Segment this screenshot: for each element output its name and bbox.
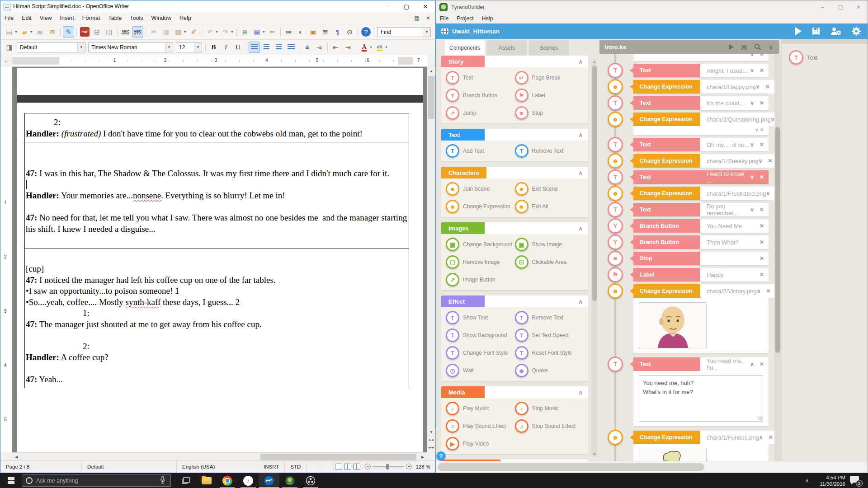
font-name-combo[interactable]: Times New Roman▼	[88, 42, 173, 52]
minimize-button[interactable]: –	[378, 0, 397, 12]
timeline-row-text[interactable]: TextYou need me, hu...∧✕	[633, 357, 769, 371]
scroll-up-icon[interactable]: ▲	[427, 67, 435, 75]
timeline-item-value[interactable]: chara/2/Questioning.png	[700, 113, 771, 126]
menu-edit[interactable]: Edit	[18, 13, 36, 23]
delete-icon[interactable]: ✕	[760, 255, 764, 262]
timeline-item-value[interactable]: chara/1/Furious.png	[700, 431, 759, 444]
component-text[interactable]: TText	[446, 71, 515, 84]
copy-icon[interactable]: ▥	[160, 26, 172, 38]
undo-icon[interactable]: ↶▼	[204, 26, 216, 38]
component-image-button[interactable]: ↗Image Button	[446, 273, 515, 286]
section-header[interactable]: Media	[441, 386, 485, 398]
menu-format[interactable]: Format	[78, 13, 104, 23]
chevron-down-icon[interactable]: ▼	[262, 30, 265, 33]
delete-icon[interactable]: ✕	[760, 54, 764, 57]
hyperlink-icon[interactable]: ⊕	[239, 26, 250, 38]
component-remove-text[interactable]: TRemove Text	[515, 144, 584, 158]
paragraph[interactable]: Handler: (frustrated) I don't have time …	[26, 128, 408, 140]
bold-button[interactable]: B	[208, 42, 219, 53]
paragraph[interactable]	[26, 253, 408, 264]
delete-icon[interactable]: ✕	[765, 84, 770, 90]
expand-icon[interactable]: ∨	[750, 54, 754, 57]
spellcheck-icon[interactable]: ABC	[120, 26, 131, 38]
microphone-icon[interactable]	[160, 476, 170, 486]
delete-icon[interactable]: ✕	[760, 67, 764, 74]
play-scene-icon[interactable]	[729, 44, 734, 50]
chevron-down-icon[interactable]: ▼	[77, 43, 85, 52]
scroll-down-icon[interactable]: ▼	[427, 428, 435, 436]
scroll-up-icon[interactable]: ▲	[593, 60, 596, 64]
tb-menu-help[interactable]: Help	[478, 14, 497, 23]
zoom-icon[interactable]: ⊙	[344, 26, 355, 38]
maximize-button[interactable]: ▢	[397, 0, 416, 12]
section-header[interactable]: Effect	[441, 296, 485, 307]
timeline-item-value[interactable]	[633, 54, 750, 61]
component-label[interactable]: ⚑Label	[515, 89, 584, 102]
page-1-bottom[interactable]	[17, 68, 423, 95]
next-page-icon[interactable]: ⏷⏷	[427, 444, 435, 452]
tab-components[interactable]: Components	[445, 40, 485, 56]
data-sources-icon[interactable]: ≣	[320, 26, 331, 38]
collapse-icon[interactable]: ∧	[757, 288, 761, 294]
tyrano-hscroll-thumb[interactable]	[438, 463, 704, 471]
find-replace-icon[interactable]: oo	[283, 26, 294, 38]
component-show-background[interactable]: TShow Background	[446, 328, 515, 342]
expand-icon[interactable]: ∨	[756, 84, 760, 90]
expanded-controls[interactable]: ∨ ✕	[633, 126, 769, 135]
numbered-list-icon[interactable]: ≣	[302, 42, 313, 53]
zoom-in-icon[interactable]: +	[406, 464, 412, 469]
delete-icon[interactable]: ✕	[766, 288, 771, 294]
collapse-icon[interactable]: ∧	[578, 169, 588, 176]
collapse-icon[interactable]: ∧	[578, 389, 588, 396]
timeline-item-value[interactable]: chara/2/Victory.png	[700, 284, 757, 298]
document-canvas[interactable]: 2:Handler: (frustrated) I don't have tim…	[12, 67, 428, 452]
edit-file-icon[interactable]: ✎	[63, 26, 74, 38]
timeline-item-value[interactable]: Happy	[700, 268, 760, 282]
tab-assets[interactable]: Assets	[487, 40, 527, 56]
gallery-icon[interactable]: ▣	[307, 26, 319, 38]
chevron-down-icon[interactable]: ▼	[194, 43, 202, 52]
redo-icon[interactable]: ↷▼	[220, 26, 231, 38]
decrease-indent-icon[interactable]: ⇤	[330, 42, 341, 53]
underline-button[interactable]: U	[232, 42, 244, 53]
align-right-button[interactable]	[273, 42, 284, 53]
chevron-down-icon[interactable]: ▼	[184, 30, 187, 33]
paragraph[interactable]: 47: No need for that, let me tell you wh…	[26, 212, 408, 235]
timeline-item-value[interactable]: You Need Me	[700, 219, 760, 233]
component-show-image[interactable]: ▣Show Image	[515, 238, 584, 251]
delete-icon[interactable]: ✕	[760, 100, 764, 106]
timeline-item-value[interactable]: I want to know ...	[700, 170, 750, 184]
italic-button[interactable]: I	[220, 42, 231, 53]
chevron-down-icon[interactable]: ▼	[165, 43, 173, 52]
collapse-icon[interactable]: ∧	[578, 298, 588, 305]
components-scroll-thumb[interactable]	[592, 66, 597, 301]
scene-timeline[interactable]: ∨✕TextAlright, I used...∨✕TChange Expres…	[599, 54, 781, 461]
tb-menu-project[interactable]: Project	[453, 14, 477, 23]
component-clickable-area[interactable]: ⊡Clickable Area	[515, 255, 584, 269]
action-center-icon[interactable]: 2	[850, 476, 862, 486]
timeline-row-expr[interactable]: Change Expressionchara/2/Victory.png∧✕	[633, 284, 769, 298]
zoom-out-icon[interactable]: −	[365, 464, 371, 469]
read-only-doc-icon[interactable]: ▤	[413, 14, 421, 22]
status-page[interactable]: Page 2 / 8	[0, 460, 82, 473]
menu-tools[interactable]: Tools	[126, 13, 147, 23]
timeline-item-value[interactable]: Alright, I used...	[700, 64, 750, 77]
taskbar-app-chrome[interactable]	[217, 473, 238, 488]
paragraph[interactable]: Handler: Your memories are...nonsene. Ev…	[26, 190, 408, 202]
font-color-button[interactable]: A▼	[359, 42, 370, 53]
timeline-row-partial[interactable]: ∨✕	[633, 54, 769, 61]
find-toolbar-input[interactable]: Find▼	[377, 27, 431, 37]
tray-expand-icon[interactable]: ∧	[799, 478, 815, 483]
table-icon[interactable]: ▦▼	[251, 26, 263, 38]
timeline-row-text[interactable]: TextI want to know ...∨✕	[633, 170, 769, 184]
taskbar-app-openoffice[interactable]	[259, 473, 279, 488]
tab-scenes[interactable]: Scenes	[529, 40, 569, 56]
component-change-expression[interactable]: ☻Change Expression	[446, 200, 515, 213]
timeline-row-branch[interactable]: Branch ButtonYou Need Me✕	[633, 219, 769, 233]
search-icon[interactable]	[754, 43, 761, 51]
timeline-item-value[interactable]	[700, 252, 760, 265]
component-exit-all[interactable]: ☻Exit All	[515, 200, 584, 213]
font-size-combo[interactable]: 12▼	[176, 42, 202, 52]
open-icon[interactable]: ▰▼	[19, 26, 30, 38]
delete-icon[interactable]: ✕	[768, 158, 772, 164]
